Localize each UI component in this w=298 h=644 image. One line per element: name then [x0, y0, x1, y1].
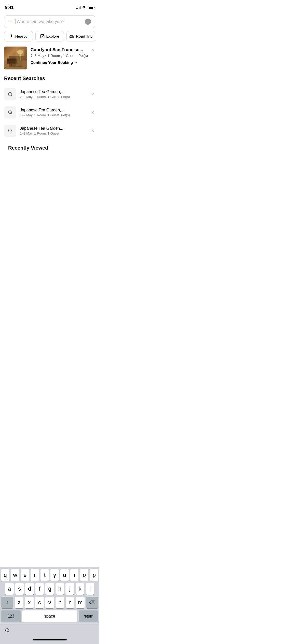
search-icon-wrapper	[4, 88, 16, 100]
search-icon	[8, 128, 13, 133]
search-placeholder: Where can we take you?	[17, 19, 82, 24]
search-input-wrapper[interactable]: Where can we take you?	[16, 19, 82, 24]
status-icons	[76, 6, 94, 9]
text-cursor	[16, 19, 16, 24]
explore-button[interactable]: Explore	[35, 31, 64, 41]
wifi-icon	[82, 6, 86, 9]
remove-search-button[interactable]: ✕	[90, 127, 95, 134]
svg-point-3	[73, 37, 73, 38]
search-bar[interactable]: ← Where can we take you?	[4, 15, 95, 28]
battery-icon	[88, 6, 94, 9]
search-item-details: 7–8 May, 1 Room, 1 Guest, Pet(s)	[20, 95, 86, 99]
svg-point-10	[17, 50, 23, 54]
booking-card: Courtyard San Francisc... 7–8 May • 1 Ro…	[4, 47, 95, 69]
road-trip-button[interactable]: Road Trip	[66, 31, 95, 41]
svg-rect-13	[17, 64, 17, 66]
close-booking-button[interactable]: ✕	[90, 47, 95, 53]
quick-actions: Nearby Explore Road Trip	[0, 31, 99, 47]
svg-rect-12	[11, 64, 12, 66]
explore-label: Explore	[46, 34, 59, 38]
svg-rect-1	[70, 36, 74, 38]
location-icon	[9, 34, 13, 38]
signal-bars-icon	[76, 6, 81, 9]
recent-search-item: Japanese Tea Garden,... 1–2 May, 1 Room,…	[0, 103, 99, 122]
search-item-name: Japanese Tea Garden,...	[20, 108, 86, 112]
booking-details: 7–8 May • 1 Room , 1 Guest , Pet(s)	[31, 54, 95, 58]
status-bar: 9:41	[0, 0, 99, 13]
svg-rect-11	[10, 63, 18, 64]
explore-icon	[40, 34, 45, 38]
hotel-thumbnail	[4, 47, 27, 69]
search-icon-wrapper	[4, 106, 16, 119]
recently-viewed-header: Recently Viewed	[4, 145, 95, 154]
voice-input-icon[interactable]	[85, 19, 91, 25]
search-item-info: Japanese Tea Garden,... 1–2 May, 1 Room,…	[20, 126, 86, 135]
road-trip-label: Road Trip	[76, 34, 92, 38]
recent-search-item: Japanese Tea Garden,... 7–8 May, 1 Room,…	[0, 85, 99, 103]
recently-viewed-section: Recently Viewed	[0, 145, 99, 159]
search-bar-container: ← Where can we take you?	[0, 13, 99, 31]
search-icon	[8, 92, 13, 97]
search-item-info: Japanese Tea Garden,... 7–8 May, 1 Room,…	[20, 90, 86, 99]
recent-search-item: Japanese Tea Garden,... 1–2 May, 1 Room,…	[0, 122, 99, 140]
remove-search-button[interactable]: ✕	[90, 109, 95, 116]
svg-rect-14	[19, 49, 24, 56]
search-item-name: Japanese Tea Garden,...	[20, 126, 86, 131]
back-button[interactable]: ←	[8, 19, 13, 24]
hotel-image-svg	[4, 47, 27, 69]
search-icon	[8, 110, 13, 115]
nearby-label: Nearby	[15, 34, 28, 38]
continue-booking-button[interactable]: Continue Your Booking →	[31, 60, 95, 65]
nearby-button[interactable]: Nearby	[4, 31, 33, 41]
svg-rect-9	[20, 53, 21, 61]
status-time: 9:41	[5, 5, 13, 10]
recent-searches-header: Recent Searches	[0, 76, 99, 85]
search-item-details: 1–2 May, 1 Room, 1 Guest	[20, 131, 86, 135]
booking-info: Courtyard San Francisc... 7–8 May • 1 Ro…	[31, 47, 95, 65]
car-icon	[69, 35, 74, 38]
search-icon-wrapper	[4, 125, 16, 137]
search-item-info: Japanese Tea Garden,... 1–2 May, 1 Room,…	[20, 108, 86, 117]
search-item-name: Japanese Tea Garden,...	[20, 90, 86, 94]
svg-point-2	[70, 37, 71, 38]
svg-rect-8	[7, 58, 17, 61]
remove-search-button[interactable]: ✕	[90, 91, 95, 98]
hotel-name: Courtyard San Francisc...	[31, 47, 95, 53]
recent-searches-section: Recent Searches Japanese Tea Garden,... …	[0, 76, 99, 145]
search-item-details: 1–2 May, 1 Room, 1 Guest, Pet(s)	[20, 113, 86, 117]
